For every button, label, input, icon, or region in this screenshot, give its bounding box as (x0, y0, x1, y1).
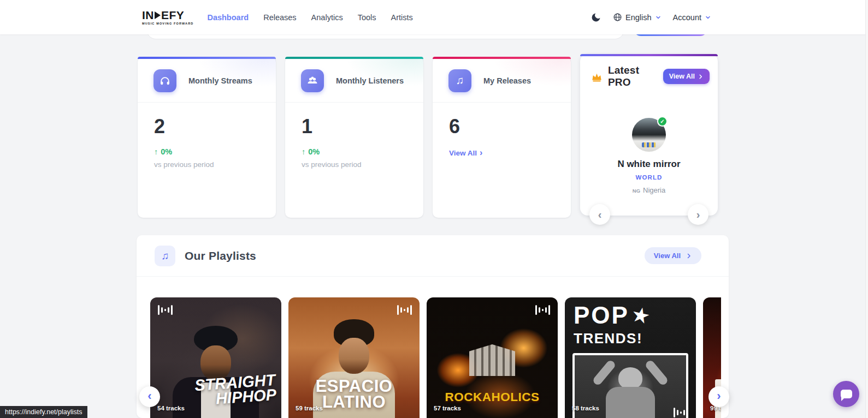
latest-pro-card: Latest PRO View All ‹ › ✓ N white mirror… (580, 54, 718, 216)
chevron-down-icon (705, 14, 711, 21)
monthly-streams-card: Monthly Streams 2 ↑ 0% vs previous perio… (138, 57, 276, 218)
pro-prev-button[interactable]: ‹ (589, 204, 610, 225)
nav-releases[interactable]: Releases (263, 13, 296, 22)
my-releases-card: ♫ My Releases 6 View All › (433, 57, 571, 218)
account-menu[interactable]: Account (673, 13, 711, 22)
card-title: Monthly Listeners (336, 76, 404, 85)
listeners-value: 1 (302, 117, 407, 136)
play-triangle-icon (155, 11, 161, 19)
artist-avatar[interactable]: ✓ (632, 118, 666, 152)
star-icon: ★ (630, 303, 653, 328)
pro-view-all-button[interactable]: View All (663, 69, 710, 84)
playlists-title: Our Playlists (185, 249, 645, 262)
track-count: 54 tracks (157, 405, 185, 411)
top-navbar: IN EFY MUSIC MOVING FORWARD Dashboard Re… (0, 0, 868, 34)
up-arrow-icon: ↑ (302, 147, 305, 156)
waveform-logo-icon (535, 305, 550, 315)
listeners-change: ↑ 0% (302, 147, 407, 156)
logo-tagline: MUSIC MOVING FORWARD (142, 22, 193, 25)
nav-analytics[interactable]: Analytics (311, 13, 343, 22)
chat-bubble-icon (841, 390, 852, 398)
streams-subtext: vs previous period (154, 160, 259, 169)
link-status-bar: https://indiefy.net/playlists (0, 406, 87, 418)
chat-widget-button[interactable] (833, 381, 859, 407)
playlist-card-espacio-latino[interactable]: ESPACIOLATINO 59 tracks (288, 297, 420, 418)
playlists-carousel: STRAIGHTHIPHOP 54 tracks ESPACIOLATINO 5… (150, 297, 721, 418)
playlist-artwork-title: ROCKAHOLICS (427, 390, 558, 404)
language-label: English (625, 13, 652, 22)
dashboard-page: IN EFY MUSIC MOVING FORWARD Dashboard Re… (0, 0, 868, 418)
playlist-artwork-title: POP ★ (574, 302, 651, 329)
playlist-artwork-title: STRAIGHTHIPHOP (194, 373, 277, 408)
indiefy-logo[interactable]: IN EFY MUSIC MOVING FORWARD (142, 10, 193, 25)
chevron-right-icon: › (480, 148, 482, 157)
country-name: Nigeria (643, 186, 665, 194)
track-count: 58 tracks (572, 405, 599, 411)
music-note-icon: ♫ (155, 246, 175, 266)
listeners-subtext: vs previous period (302, 160, 407, 169)
headphones-icon (153, 69, 176, 92)
pro-next-button[interactable]: › (688, 204, 708, 225)
moon-icon (591, 12, 601, 23)
nav-tools[interactable]: Tools (358, 13, 376, 22)
artist-country: NG Nigeria (580, 186, 718, 194)
verified-badge-icon: ✓ (657, 116, 668, 127)
up-arrow-icon: ↑ (154, 147, 158, 156)
crown-icon (591, 70, 603, 83)
our-playlists-panel: ♫ Our Playlists View All STRAIGHTHIPHOP … (137, 235, 729, 418)
playlist-artwork-subtitle: TRENDS! (574, 330, 642, 347)
logo-text-right: EFY (161, 10, 184, 21)
waveform-logo-icon (674, 408, 688, 417)
waveform-logo-icon (397, 305, 412, 315)
country-code: NG (633, 188, 640, 194)
streams-value: 2 (154, 117, 259, 136)
carousel-next-button[interactable]: › (708, 386, 729, 407)
nav-artists[interactable]: Artists (391, 13, 413, 22)
music-note-icon: ♫ (448, 69, 471, 92)
users-icon (301, 69, 324, 92)
playlist-card-rockaholics[interactable]: ROCKAHOLICS 57 tracks (427, 297, 558, 418)
waveform-logo-icon (158, 305, 173, 315)
releases-value: 6 (449, 117, 554, 136)
dark-mode-toggle[interactable] (591, 12, 601, 23)
card-title: My Releases (483, 76, 531, 85)
nav-dashboard[interactable]: Dashboard (207, 13, 249, 22)
chevron-down-icon (655, 14, 662, 21)
artist-name: N white mirror (580, 159, 718, 170)
chevron-right-icon (698, 74, 704, 80)
globe-icon (613, 13, 622, 22)
monthly-listeners-card: Monthly Listeners 1 ↑ 0% vs previous per… (285, 57, 423, 218)
carousel-prev-button[interactable]: ‹ (139, 386, 160, 407)
releases-view-all-link[interactable]: View All › (449, 148, 554, 157)
card-title: Monthly Streams (188, 76, 252, 85)
track-count: 59 tracks (296, 405, 323, 411)
language-selector[interactable]: English (613, 13, 662, 22)
latest-pro-title: Latest PRO (608, 64, 658, 88)
account-label: Account (673, 13, 701, 22)
playlist-card-straight-hiphop[interactable]: STRAIGHTHIPHOP 54 tracks (150, 297, 281, 418)
playlist-card-pop-trends[interactable]: POP ★ TRENDS! 58 tracks (565, 297, 696, 418)
playlists-view-all-button[interactable]: View All (645, 247, 701, 264)
logo-text-left: IN (142, 10, 154, 21)
track-count: 57 tracks (434, 405, 461, 411)
streams-change: ↑ 0% (154, 147, 259, 156)
main-nav: Dashboard Releases Analytics Tools Artis… (207, 13, 412, 22)
page-scrollbar[interactable] (865, 0, 868, 418)
chevron-right-icon (686, 253, 692, 259)
artist-genre[interactable]: WORLD (580, 174, 718, 181)
